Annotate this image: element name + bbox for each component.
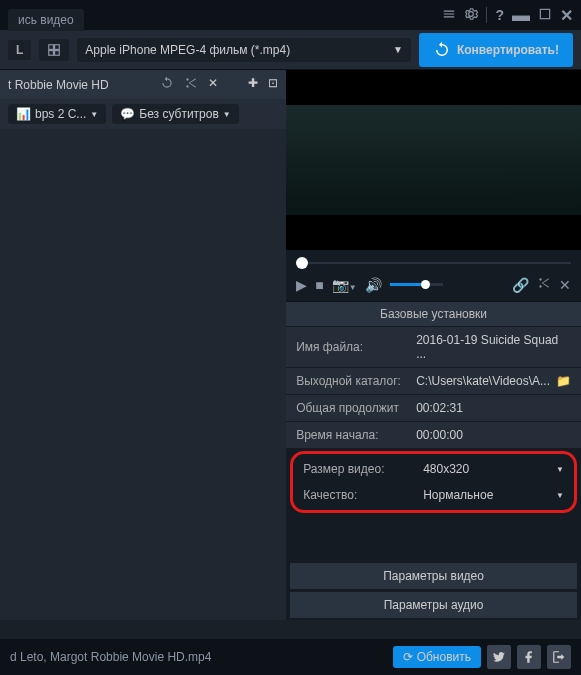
- update-button[interactable]: ⟳ Обновить: [393, 646, 481, 668]
- settings-icon[interactable]: [442, 7, 456, 24]
- exit-icon[interactable]: [547, 645, 571, 669]
- format-label: Apple iPhone MPEG-4 фильм (*.mp4): [85, 43, 290, 57]
- section-basic: Базовые установки: [286, 302, 581, 327]
- file-name: t Robbie Movie HD: [8, 78, 109, 92]
- titlebar: ись видео ? ▬ ✕: [0, 0, 581, 30]
- format-select[interactable]: Apple iPhone MPEG-4 фильм (*.mp4) ▼: [77, 38, 411, 62]
- prop-quality: Качество: Нормальное▼: [293, 482, 574, 508]
- progress-thumb[interactable]: [296, 257, 308, 269]
- quality-dropdown[interactable]: Нормальное▼: [423, 488, 564, 502]
- tab-video[interactable]: ись видео: [8, 9, 84, 31]
- file-row[interactable]: t Robbie Movie HD ✕ ✚ ⊡: [0, 70, 286, 99]
- highlight-box: Размер видео: 480x320▼ Качество: Нормаль…: [290, 451, 577, 513]
- progress-bar[interactable]: [296, 262, 571, 264]
- crop-icon[interactable]: ✕: [208, 76, 218, 93]
- video-params-button[interactable]: Параметры видео: [290, 562, 577, 589]
- refresh-icon[interactable]: [160, 76, 174, 93]
- main: t Robbie Movie HD ✕ ✚ ⊡ 📊bps 2 C...▼ 💬Бе…: [0, 70, 581, 620]
- twitter-icon[interactable]: [487, 645, 511, 669]
- maximize-icon[interactable]: [538, 7, 552, 24]
- prop-start: Время начала: 00:00:00: [286, 422, 581, 449]
- gear-icon[interactable]: [464, 7, 478, 24]
- loop-icon[interactable]: 🔗: [512, 277, 529, 293]
- reload-icon: ⟳: [403, 650, 413, 664]
- size-dropdown[interactable]: 480x320▼: [423, 462, 564, 476]
- badge: L: [8, 40, 31, 60]
- all-button[interactable]: [39, 39, 69, 61]
- add-icon[interactable]: ✚: [248, 76, 258, 93]
- right-panel: ▶ ■ 📷▼ 🔊 🔗 ✕ Базовые установки Имя файла…: [286, 70, 581, 620]
- codec-chip[interactable]: 📊bps 2 C...▼: [8, 104, 106, 124]
- cut-icon[interactable]: [537, 276, 551, 293]
- svg-rect-0: [540, 9, 549, 18]
- minimize-icon[interactable]: ▬: [512, 5, 530, 26]
- prop-outdir: Выходной каталог: C:\Users\kate\Videos\A…: [286, 368, 581, 395]
- toolbar: L Apple iPhone MPEG-4 фильм (*.mp4) ▼ Ко…: [0, 30, 581, 70]
- video-preview[interactable]: [286, 70, 581, 250]
- chevron-down-icon: ▼: [393, 44, 403, 55]
- play-icon[interactable]: ▶: [296, 277, 307, 293]
- facebook-icon[interactable]: [517, 645, 541, 669]
- svg-rect-2: [55, 44, 60, 49]
- convert-label: Конвертировать!: [457, 43, 559, 57]
- title-icons: ? ▬ ✕: [442, 5, 573, 26]
- stop-icon[interactable]: ■: [315, 277, 323, 293]
- audio-params-button[interactable]: Параметры аудио: [290, 591, 577, 618]
- expand-icon[interactable]: ⊡: [268, 76, 278, 93]
- status-file: d Leto, Margot Robbie Movie HD.mp4: [10, 650, 211, 664]
- statusbar: d Leto, Margot Robbie Movie HD.mp4 ⟳ Обн…: [0, 639, 581, 675]
- help-icon[interactable]: ?: [495, 7, 504, 23]
- svg-rect-3: [49, 50, 54, 55]
- svg-rect-4: [55, 50, 60, 55]
- player-controls: ▶ ■ 📷▼ 🔊 🔗 ✕: [286, 272, 581, 302]
- file-actions: ✕ ✚ ⊡: [160, 76, 278, 93]
- disable-cut-icon[interactable]: ✕: [559, 277, 571, 293]
- volume-slider[interactable]: [390, 283, 443, 286]
- convert-button[interactable]: Конвертировать!: [419, 33, 573, 67]
- volume-icon[interactable]: 🔊: [365, 277, 382, 293]
- left-panel: t Robbie Movie HD ✕ ✚ ⊡ 📊bps 2 C...▼ 💬Бе…: [0, 70, 286, 620]
- close-icon[interactable]: ✕: [560, 6, 573, 25]
- settings-row: 📊bps 2 C...▼ 💬Без субтитров▼: [0, 99, 286, 129]
- prop-filename: Имя файла: 2016-01-19 Suicide Squad ...: [286, 327, 581, 368]
- camera-icon[interactable]: 📷▼: [332, 277, 357, 293]
- prop-size: Размер видео: 480x320▼: [293, 456, 574, 482]
- scissors-icon[interactable]: [184, 76, 198, 93]
- folder-icon[interactable]: 📁: [556, 374, 571, 388]
- prop-duration: Общая продолжит 00:02:31: [286, 395, 581, 422]
- status-actions: ⟳ Обновить: [393, 645, 571, 669]
- svg-rect-1: [49, 44, 54, 49]
- subtitle-chip[interactable]: 💬Без субтитров▼: [112, 104, 238, 124]
